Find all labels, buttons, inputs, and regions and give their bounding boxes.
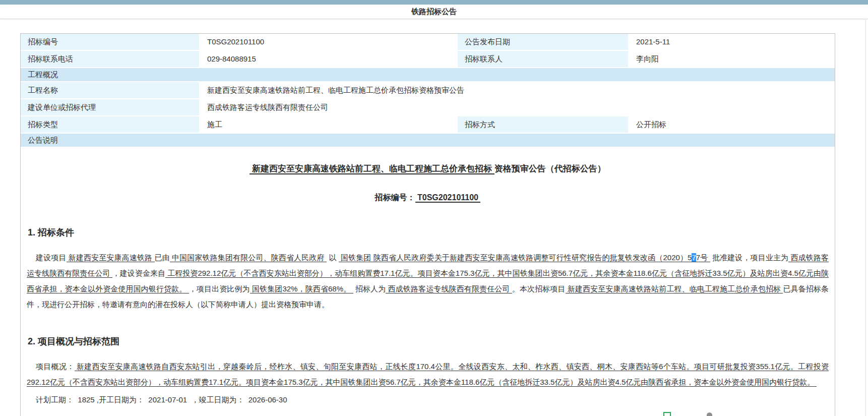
text-run: ，建设资金来自 xyxy=(112,269,165,277)
table-row-owner: 建设单位或招标代理 西成铁路客运专线陕西有限责任公司 xyxy=(21,99,835,116)
underlined-blank: 新建西安至安康高速铁路站前工程、临电工程施工总价承包招标 xyxy=(566,284,783,293)
announcement-body: 新建西安至安康高速铁路站前工程、临电工程施工总价承包招标 资格预审公告（代招标公… xyxy=(21,163,835,416)
table-row-project-name: 工程名称 新建西安至安康高速铁路站前工程、临电工程施工总价承包招标资格预审公告 xyxy=(21,82,835,99)
underlined-blank: 新建西安至安康高速铁路 xyxy=(67,253,155,262)
announcement-title: 新建西安至安康高速铁路站前工程、临电工程施工总价承包招标 资格预审公告（代招标公… xyxy=(27,163,829,174)
field-label: 招标类型 xyxy=(21,116,199,133)
paragraph-project-overview: 项目概况： 新建西安至安康高速铁路自西安东站引出，穿越秦岭后，经柞水、镇安、旬阳… xyxy=(27,359,829,390)
underlined-blank: T0SG202101100 xyxy=(415,193,481,203)
text-run: 。本次招标项目 xyxy=(512,284,566,293)
tender-info-table: 招标编号 T0SG202101100 公告发布日期 2021-5-11 招标联系… xyxy=(20,33,835,416)
content-area: 招标编号 T0SG202101100 公告发布日期 2021-5-11 招标联系… xyxy=(20,33,835,416)
field-label: 建设单位或招标代理 xyxy=(21,99,199,115)
text-run: 招标编号： xyxy=(375,193,415,202)
field-label: 招标联系电话 xyxy=(21,51,199,67)
field-label: 公告发布日期 xyxy=(458,34,628,50)
underlined-blank: 国铁集团32%，陕西省68%。 xyxy=(250,284,353,293)
text-run: 以 xyxy=(327,253,339,262)
underlined-blank: 新建西安至安康高速铁路站前工程、临电工程施工总价承包招标 xyxy=(250,164,494,174)
top-accent-bar xyxy=(0,0,868,5)
field-value: 新建西安至安康高速铁路站前工程、临电工程施工总价承包招标资格预审公告 xyxy=(199,82,835,98)
table-row-tender-number: 招标编号 T0SG202101100 公告发布日期 2021-5-11 xyxy=(21,34,835,51)
table-row-tender-type: 招标类型 施工 招标方式 公开招标 xyxy=(21,116,835,134)
text-run: 项目概况： xyxy=(36,362,75,371)
section-heading-conditions: 1. 招标条件 xyxy=(28,226,829,239)
field-value: 029-84088915 xyxy=(199,51,458,67)
field-value: 西成铁路客运专线陕西有限责任公司 xyxy=(199,99,835,115)
field-label: 招标方式 xyxy=(458,116,628,133)
field-value: T0SG202101100 xyxy=(199,34,458,50)
paragraph-tender-conditions: 建设项目 新建西安至安康高速铁路 已由 中国国家铁路集团有限公司、陕西省人民政府… xyxy=(27,250,829,312)
section-header-project-overview: 工程概况 xyxy=(21,68,835,82)
green-square-icon xyxy=(663,412,671,416)
underlined-blank: 新建西安至安康高速铁路自西安东站引出，穿越秦岭后，经柞水、镇安、旬阳至安康西站，… xyxy=(27,362,829,387)
field-value: 李向阳 xyxy=(628,51,835,67)
field-label: 招标联系人 xyxy=(458,51,628,67)
text-run: ，项目出资比例为 xyxy=(189,284,250,293)
underlined-blank: 中国国家铁路集团有限公司、陕西省人民政府 xyxy=(170,253,327,262)
table-row-contact: 招标联系电话 029-84088915 招标联系人 李向阳 xyxy=(21,51,835,68)
tender-number-line: 招标编号： T0SG202101100 xyxy=(27,193,829,203)
text-run: 资格预审公告（代招标公告） xyxy=(494,164,606,173)
field-value: 公开招标 xyxy=(628,116,835,133)
page-header: 铁路招标公告 xyxy=(0,5,868,19)
highlighted-text: 7 xyxy=(692,253,696,262)
text-run: 建设项目 xyxy=(36,253,67,262)
underlined-blank: 西成铁路客运专线陕西有限责任公司 xyxy=(386,284,512,293)
section-header-announcement: 公告说明 xyxy=(21,134,835,148)
text-run: 计划工期： 1825 ,开工日期为： 2021-07-01 ，竣工日期为： 20… xyxy=(36,395,287,404)
text-run: 招标人为 xyxy=(353,284,386,293)
scrollbar-track-edge[interactable] xyxy=(865,19,866,416)
underlined-blank: 国铁集团 陕西省人民政府委关于新建西安至安康高速铁路调整可行性研究报告的批复铁发… xyxy=(339,253,692,262)
text-run: 已由 xyxy=(155,253,170,262)
underlined-blank: 7号 xyxy=(696,253,710,262)
text-run: 批准建设，项目业主为 xyxy=(710,253,789,262)
field-label: 工程名称 xyxy=(21,82,199,98)
gray-circle-icon xyxy=(707,412,712,416)
section-heading-scope: 2. 项目概况与招标范围 xyxy=(28,335,829,347)
field-value: 2021-5-11 xyxy=(628,34,835,50)
page-title: 铁路招标公告 xyxy=(411,7,457,16)
field-value: 施工 xyxy=(199,116,458,133)
schedule-line: 计划工期： 1825 ,开工日期为： 2021-07-01 ，竣工日期为： 20… xyxy=(27,392,829,407)
field-label: 招标编号 xyxy=(21,34,199,50)
